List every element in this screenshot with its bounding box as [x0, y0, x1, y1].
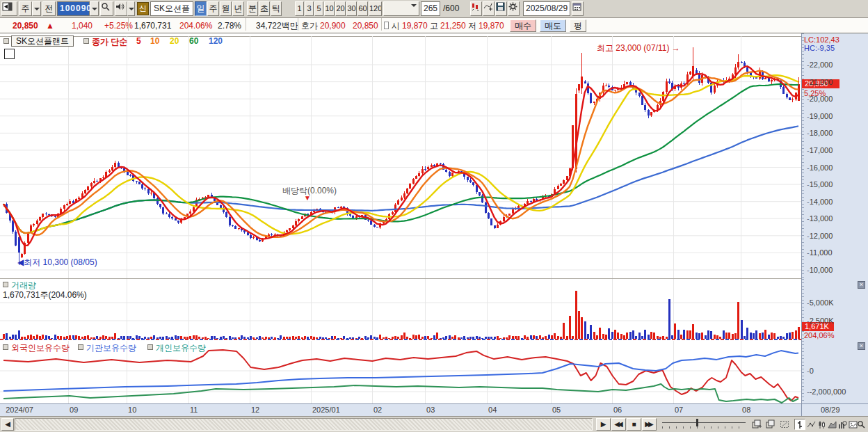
fast-forward-button[interactable]: ▶▶ — [642, 418, 657, 431]
stock-name-field[interactable]: SK오션플랜 — [150, 1, 193, 16]
price-chart-canvas[interactable] — [0, 36, 801, 278]
stock-tab[interactable]: SK오션플랜트 — [11, 35, 74, 47]
price-axis-ticks — [802, 33, 804, 278]
volume-toggle-icon[interactable] — [3, 282, 8, 287]
interval-button-10[interactable]: 10 — [324, 1, 335, 16]
period-button-2[interactable]: 월 — [220, 1, 232, 16]
candle-chart-type-button[interactable] — [816, 419, 827, 430]
period-button-0[interactable]: 일 — [195, 1, 207, 16]
sell-button[interactable]: 매도 — [540, 19, 566, 32]
chart-style-dropdown[interactable] — [32, 1, 41, 16]
add-candle-button[interactable] — [470, 1, 482, 16]
period-button-3[interactable]: 년 — [232, 1, 244, 16]
volume-zoom-button[interactable] — [837, 419, 848, 430]
volume-pane-close-button[interactable]: × — [858, 281, 865, 289]
holdings-toggle-icon[interactable] — [78, 344, 83, 350]
open-label: 시 — [392, 18, 400, 33]
volume-pane-value: 1,670,731주(204.06%) — [3, 289, 87, 301]
interval-button-1[interactable]: 1 — [295, 1, 304, 16]
low-label: 저 — [468, 18, 476, 33]
area-chart-type-button[interactable] — [826, 419, 837, 430]
ma-legend-10: 10 — [150, 36, 159, 46]
scroll-left-button[interactable]: ◀ — [1, 418, 14, 431]
interval-button-3[interactable]: 3 — [305, 1, 314, 16]
time-tick-label: 09 — [70, 406, 78, 414]
interval-select[interactable] — [383, 1, 419, 16]
bar-total-label: /600 — [443, 3, 459, 13]
divider — [381, 18, 382, 31]
avg-button[interactable]: 평 — [570, 19, 586, 32]
time-tick-label: 07 — [675, 406, 683, 414]
change-direction-icon: ▲ — [46, 18, 54, 33]
hts-chart-window: { "colors":{"up":"#e11a10","down":"#2531… — [0, 0, 868, 432]
time-tick-label: 05 — [552, 406, 561, 414]
slider-ticks — [662, 426, 746, 429]
line-chart-type-button[interactable] — [805, 419, 817, 430]
interval-button-20[interactable]: 20 — [335, 1, 346, 16]
time-tick-label: 2024/07 — [6, 406, 33, 414]
region-select-button[interactable] — [779, 419, 790, 430]
price-tick-label: -13,000 — [807, 214, 833, 223]
chart-style-button[interactable]: 주 — [19, 1, 32, 16]
ma-legend-120: 120 — [209, 36, 223, 46]
buy-button[interactable]: 매수 — [510, 19, 536, 32]
holdings-toggle-icon[interactable] — [3, 344, 8, 350]
play-button[interactable]: ▶ — [596, 418, 611, 431]
interval-button-5[interactable]: 5 — [314, 1, 323, 16]
divider — [128, 18, 129, 31]
bid-price: 20,850 — [353, 18, 378, 33]
data-grid-icon[interactable] — [4, 49, 15, 59]
bar-chart-type-button[interactable] — [794, 419, 805, 430]
price-tick-label: -14,000 — [807, 198, 833, 206]
date-input[interactable]: 2025/08/29 — [523, 1, 570, 16]
area-chart-icon — [828, 420, 837, 429]
chevron-down-icon — [34, 8, 40, 13]
interval-button-60[interactable]: 60 — [357, 1, 368, 16]
compare-chart-button[interactable] — [751, 419, 762, 430]
period-button-6[interactable]: 틱 — [271, 1, 282, 16]
quote-bar: 20,850 ▲ 1,040 +5.25% 1,670,731 204.06% … — [0, 18, 868, 33]
save-button[interactable] — [495, 1, 507, 16]
clipboard-icon — [384, 22, 389, 29]
code-dropdown[interactable] — [90, 1, 99, 16]
bar-count-input[interactable]: 265 — [421, 1, 440, 16]
volume-chart-canvas[interactable] — [0, 279, 801, 339]
holdings-axis-ticks — [802, 341, 804, 403]
pane-divider-handle[interactable] — [0, 339, 801, 340]
legend-toggle-icon[interactable] — [83, 38, 89, 44]
stock-code-input[interactable]: 100090 — [57, 1, 90, 16]
open-price: 19,870 — [402, 18, 428, 33]
rewind-button[interactable]: ◀◀ — [611, 418, 626, 431]
panel-toggle-button[interactable] — [1, 1, 17, 16]
window-overlay-button[interactable] — [765, 419, 776, 430]
pane-toggle-icon[interactable] — [3, 38, 9, 44]
holdings-tick-label: --2,000,000 — [807, 387, 846, 396]
speed-slider-track[interactable] — [662, 422, 746, 423]
add-trendline-button[interactable] — [483, 1, 495, 16]
speed-slider-handle[interactable] — [696, 419, 698, 426]
ma-legend-5: 5 — [136, 36, 141, 46]
interval-button-30[interactable]: 30 — [346, 1, 357, 16]
stop-button[interactable]: ■ — [627, 418, 641, 431]
period-button-1[interactable]: 주 — [207, 1, 219, 16]
lowest-price-annotation: ◀최저 10,300 (08/05) — [17, 257, 97, 269]
sound-button[interactable] — [115, 1, 127, 16]
prev-stock-button[interactable]: 전 — [42, 1, 56, 16]
holdings-toggle-icon[interactable] — [147, 344, 153, 350]
interval-button-120[interactable]: 120 — [369, 1, 382, 16]
zoom-button[interactable] — [857, 419, 865, 430]
price-tick-label: -11,000 — [807, 248, 833, 257]
calendar-button[interactable] — [572, 1, 584, 16]
search-button[interactable] — [100, 1, 113, 16]
period-button-5[interactable]: 초 — [259, 1, 270, 16]
chart-scrollbar[interactable] — [15, 418, 593, 431]
period-button-4[interactable]: 분 — [247, 1, 258, 16]
chevron-down-icon — [92, 8, 97, 13]
price-tick-label: -16,000 — [807, 163, 833, 172]
sound-dropdown[interactable] — [127, 1, 135, 16]
settings-button[interactable] — [508, 1, 520, 16]
ma-legend-60: 60 — [189, 36, 198, 46]
volume-tick-label: -5,000K — [807, 298, 834, 307]
holdings-legend-2: 개인보유수량 — [156, 342, 206, 354]
holdings-pane-close-button[interactable]: × — [858, 342, 865, 350]
